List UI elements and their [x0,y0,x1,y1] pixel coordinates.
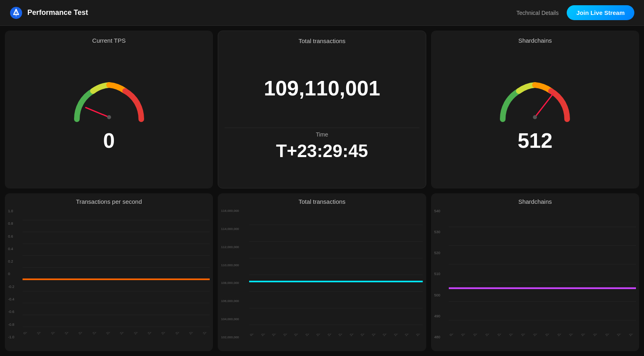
tps-chart-inner: 02:16 22:17 22:18 22:19 22:20 22:21 22:2… [23,208,210,340]
svg-line-3 [86,108,109,117]
total-tx-number: 109,110,001 [264,68,380,104]
shardchains-chart-title: Shardchains [434,198,636,205]
svg-line-5 [535,94,553,117]
shardchains-card: Shardchains 512 [431,31,639,188]
shardchains-line-svg [449,208,636,342]
tps-y-labels: 1.0 0.8 0.6 0.4 0.2 0 -0.2 -0.4 -0.6 -0.… [8,208,23,340]
total-tx-line-svg [249,208,423,342]
svg-point-6 [533,115,537,119]
shardchains-value: 512 [518,128,553,153]
total-tx-x-labels: 02:14 22:15 22:16 22:17 22:18 22:19 22:2… [249,333,423,342]
current-tps-title: Current TPS [11,37,206,44]
header-right: Technical Details Join Live Stream [516,5,634,20]
tps-x-labels: 02:16 22:17 22:18 22:19 22:20 22:21 22:2… [23,332,210,340]
current-tps-gauge: 0 [11,47,206,182]
tps-gauge-svg [65,77,153,125]
shardchains-chart-inner: 02:14 22:15 22:16 22:17 22:18 22:19 22:2… [449,208,636,342]
shardchains-gauge: 512 [438,47,633,182]
shardchains-chart-card: Shardchains 540 530 520 510 500 490 480 [431,193,639,351]
technical-details-link[interactable]: Technical Details [516,10,559,16]
main-grid: Current TPS 0 Total transactions 109,110… [0,26,644,356]
tx-time-label: Time [316,131,328,138]
total-tx-chart-title: Total transactions [221,198,423,205]
shardchains-x-labels: 02:14 22:15 22:16 22:17 22:18 22:19 22:2… [449,333,636,342]
shardchains-y-labels: 540 530 520 510 500 490 480 [434,208,449,340]
total-tx-y-labels: 116,000,000 114,000,000 112,000,000 110,… [221,208,235,340]
tx-time-value: T+23:29:45 [276,141,368,161]
total-tx-chart-area: 116,000,000 114,000,000 112,000,000 110,… [221,208,423,350]
tps-chart-title: Transactions per second [8,198,210,205]
current-tps-value: 0 [103,128,115,153]
shardchains-chart-area: 540 530 520 510 500 490 480 [434,208,636,350]
tps-chart-card: Transactions per second 1.0 0.8 0.6 0.4 … [5,193,213,351]
tps-line-svg [23,208,210,340]
shardchains-gauge-svg [491,77,579,125]
app-logo-icon [10,6,23,19]
total-tx-chart-card: Total transactions 116,000,000 114,000,0… [218,193,426,351]
tx-divider [225,128,419,128]
svg-point-4 [107,115,111,119]
header-left: Performance Test [10,6,88,19]
total-transactions-title: Total transactions [225,37,419,44]
app-title: Performance Test [27,8,88,17]
tps-chart-area: 1.0 0.8 0.6 0.4 0.2 0 -0.2 -0.4 -0.6 -0.… [8,208,210,350]
total-transactions-card: Total transactions 109,110,001 Time T+23… [218,31,426,188]
current-tps-card: Current TPS 0 [5,31,213,188]
shardchains-title: Shardchains [438,37,633,44]
app-header: Performance Test Technical Details Join … [0,0,644,26]
total-tx-chart-inner: 02:14 22:15 22:16 22:17 22:18 22:19 22:2… [249,208,423,342]
join-livestream-button[interactable]: Join Live Stream [567,5,634,20]
